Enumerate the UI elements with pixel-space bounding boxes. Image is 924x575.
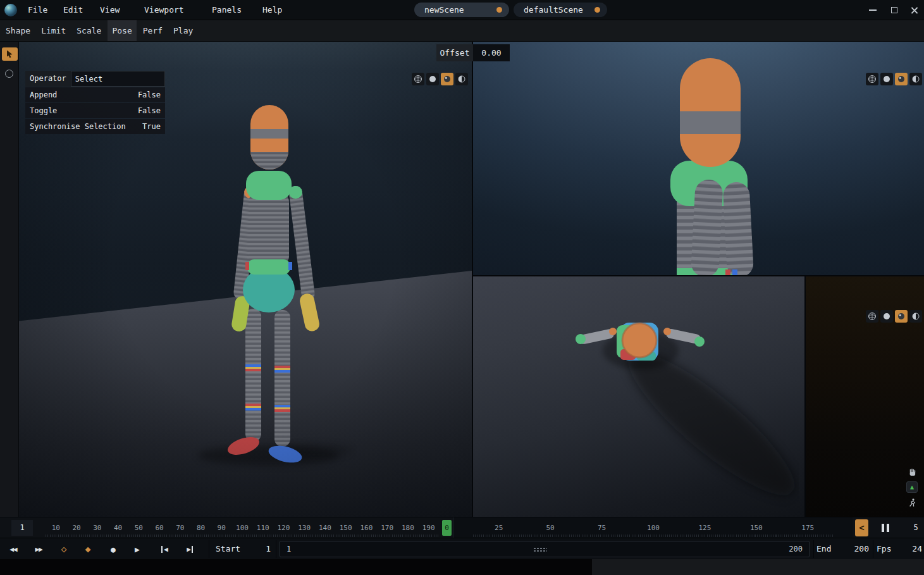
operator-row-toggle[interactable]: Toggle False: [25, 103, 165, 118]
wireframe-shading-button[interactable]: [412, 73, 424, 85]
operator-select-input[interactable]: [71, 71, 165, 87]
menu-panels[interactable]: Panels: [208, 0, 245, 20]
ruler-tick-label: 40: [108, 524, 128, 532]
scene-tab-label: newScene: [424, 5, 464, 15]
menu-help[interactable]: Help: [259, 0, 286, 20]
skip-end-icon: [192, 546, 193, 553]
ruler-tick-label: 150: [335, 524, 356, 532]
timeline-playhead[interactable]: 0: [442, 520, 452, 536]
solid-shading-button[interactable]: [880, 73, 893, 85]
rendered-shading-button[interactable]: [909, 73, 922, 85]
play-button[interactable]: ▶: [126, 538, 148, 560]
pause-button[interactable]: [875, 519, 896, 536]
tab-scale[interactable]: Scale: [72, 20, 106, 41]
circle-tool-button[interactable]: [5, 70, 13, 78]
close-button[interactable]: [906, 0, 923, 20]
material-sphere-icon: [443, 75, 452, 83]
timeline-ruler-secondary[interactable]: 255075100125150175: [473, 517, 834, 538]
ruler-tick-label: 30: [87, 524, 108, 532]
rewind-button[interactable]: ◀◀: [1, 538, 25, 560]
app-logo-icon[interactable]: [4, 4, 17, 16]
start-value-field[interactable]: 1: [247, 538, 271, 560]
tab-perf[interactable]: Perf: [139, 20, 167, 41]
material-shading-button[interactable]: [441, 73, 453, 85]
keyframe-filled-icon: ◆: [85, 543, 90, 555]
ruler-tick-label: 80: [190, 524, 211, 532]
select-arrow-icon: [5, 49, 15, 59]
range-grip-icon[interactable]: [533, 547, 547, 552]
offset-value-field[interactable]: 0.00: [473, 44, 510, 61]
material-shading-button[interactable]: [895, 310, 908, 323]
ruler-tick-label: 180: [397, 524, 418, 532]
operator-row-label: Append: [30, 87, 57, 102]
ruler-tick-label: 175: [782, 524, 834, 532]
tab-shape[interactable]: Shape: [1, 20, 35, 41]
fast-forward-icon: ▶▶: [35, 545, 42, 553]
rendered-sphere-icon: [911, 312, 920, 321]
fps-label: Fps: [877, 538, 891, 560]
tab-pose[interactable]: Pose: [108, 20, 136, 41]
character-mannequin-top[interactable]: [546, 292, 799, 514]
wireframe-shading-button[interactable]: [866, 310, 878, 323]
material-sphere-icon: [897, 312, 906, 321]
operator-panel: Operator Append False Toggle False Synch…: [25, 71, 165, 135]
menu-view[interactable]: View: [96, 0, 123, 20]
ground-plane-toggle-button[interactable]: ▲: [906, 481, 918, 493]
timeline-ruler-main[interactable]: 1020304050607080901001101201301401501601…: [46, 517, 439, 538]
play-icon: ▶: [135, 545, 140, 554]
menu-file[interactable]: File: [24, 0, 51, 20]
operator-row-value: True: [142, 119, 161, 134]
range-start-value: 1: [286, 545, 291, 553]
tab-play[interactable]: Play: [169, 20, 197, 41]
timeline-right-value[interactable]: 5: [909, 519, 923, 536]
skip-to-start-button[interactable]: ◀: [152, 538, 176, 560]
rendered-shading-button[interactable]: [909, 310, 922, 323]
divider: [276, 540, 276, 558]
keyframe-filled-button[interactable]: ◆: [77, 538, 99, 560]
viewport-front[interactable]: [473, 42, 924, 276]
ruler-tick-label: 100: [232, 524, 253, 532]
rendered-sphere-icon: [457, 75, 466, 83]
solid-shading-button[interactable]: [426, 73, 439, 85]
scene-tab-defaultscene[interactable]: defaultScene: [514, 3, 607, 17]
previous-keyframe-button[interactable]: <: [855, 519, 868, 536]
current-frame-field[interactable]: 1: [11, 520, 33, 536]
end-value-field[interactable]: 200: [842, 538, 869, 560]
wireframe-shading-button[interactable]: [866, 73, 878, 85]
operator-row-append[interactable]: Append False: [25, 87, 165, 102]
operator-row-synchronise-selection[interactable]: Synchronise Selection True: [25, 119, 165, 134]
menu-edit[interactable]: Edit: [59, 0, 87, 20]
operator-row-value: False: [138, 103, 161, 118]
keyframe-outline-button[interactable]: ◇: [53, 538, 75, 560]
solid-shading-button[interactable]: [880, 310, 893, 323]
material-shading-button[interactable]: [895, 73, 908, 85]
ruler-tick-label: 20: [66, 524, 87, 532]
rendered-shading-button[interactable]: [455, 73, 468, 85]
tab-limit[interactable]: Limit: [37, 20, 70, 41]
maximize-button[interactable]: [885, 0, 903, 20]
ruler-tick-label: 60: [149, 524, 170, 532]
ruler-tick-label: 170: [377, 524, 398, 532]
character-motion-button[interactable]: [906, 497, 918, 508]
ruler-tick-label: 190: [418, 524, 439, 532]
minimize-icon: [869, 9, 877, 11]
pause-icon: [882, 524, 884, 532]
playback-range-slider[interactable]: 1 200: [280, 541, 810, 557]
record-button[interactable]: ●: [102, 538, 124, 560]
menu-viewport[interactable]: Viewport: [140, 0, 188, 20]
fast-forward-button[interactable]: ▶▶: [27, 538, 51, 560]
fps-value-field[interactable]: 24: [901, 538, 922, 560]
transport-bar: ◀◀ ▶▶ ◇ ◆ ● ▶ ◀ ▶ Start 1 1 200 End 200 …: [0, 538, 924, 559]
ruler-tick-label: 160: [356, 524, 377, 532]
hand-icon: [908, 467, 917, 477]
minimize-button[interactable]: [864, 0, 882, 20]
end-label: End: [816, 538, 831, 560]
select-pointer-tool-button[interactable]: [2, 47, 18, 61]
scene-tab-newscene[interactable]: newScene: [414, 3, 509, 17]
character-mannequin-front[interactable]: [613, 56, 810, 276]
skip-to-end-button[interactable]: ▶: [178, 538, 202, 560]
pan-hand-button[interactable]: [906, 466, 918, 478]
viewport-top[interactable]: [473, 276, 806, 517]
ruler-tick-label: 90: [211, 524, 232, 532]
operator-panel-title: Operator: [25, 71, 71, 87]
